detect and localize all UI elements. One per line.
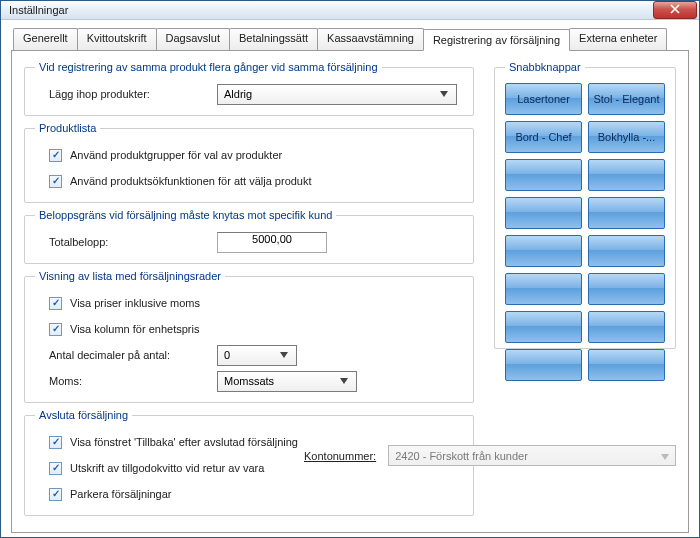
titlebar: Inställningar	[1, 1, 699, 20]
window-title: Inställningar	[9, 4, 653, 16]
checkbox-use-groups[interactable]	[49, 149, 62, 162]
quick-button[interactable]	[505, 159, 582, 191]
quick-button[interactable]: Stol - Elegant	[588, 83, 665, 115]
combine-products-label: Lägg ihop produkter:	[49, 88, 209, 100]
quick-button[interactable]	[588, 273, 665, 305]
total-amount-label: Totalbelopp:	[49, 236, 209, 248]
combine-products-select[interactable]: Aldrig	[217, 84, 457, 105]
quick-button[interactable]	[588, 349, 665, 381]
group-amount-limit-legend: Beloppsgräns vid försäljning måste knyta…	[35, 209, 336, 221]
quick-button[interactable]: Bokhylla -...	[588, 121, 665, 153]
tab-kvittoutskrift[interactable]: Kvittoutskrift	[77, 28, 157, 50]
tab-externa-enheter[interactable]: Externa enheter	[569, 28, 667, 50]
checkbox-use-search[interactable]	[49, 175, 62, 188]
client-area: Generellt Kvittoutskrift Dagsavslut Beta…	[1, 20, 699, 538]
tab-panel: Vid registrering av samma produkt flera …	[11, 50, 689, 533]
quick-button[interactable]	[588, 311, 665, 343]
quick-button[interactable]	[588, 235, 665, 267]
quick-button[interactable]	[505, 197, 582, 229]
group-amount-limit: Beloppsgräns vid försäljning måste knyta…	[24, 209, 474, 264]
account-value: 2420 - Förskott från kunder	[395, 450, 528, 462]
total-amount-input[interactable]: 5000,00	[217, 232, 327, 253]
dialog-footer: OK Avbryt Hjälp	[11, 533, 689, 538]
quick-buttons-grid: Lasertoner Stol - Elegant Bord - Chef Bo…	[505, 79, 665, 381]
tab-registrering[interactable]: Registrering av försäljning	[423, 29, 570, 51]
checkbox-unit-price[interactable]	[49, 323, 62, 336]
quick-button[interactable]	[588, 159, 665, 191]
quick-button[interactable]	[505, 311, 582, 343]
checkbox-print-credit[interactable]	[49, 462, 62, 475]
tab-kassaavstamning[interactable]: Kassaavstämning	[317, 28, 424, 50]
checkbox-park-sales-label: Parkera försäljningar	[70, 488, 172, 500]
checkbox-park-sales[interactable]	[49, 488, 62, 501]
checkbox-incl-vat[interactable]	[49, 297, 62, 310]
account-select[interactable]: 2420 - Förskott från kunder	[388, 445, 676, 466]
right-column: Snabbknappar Lasertoner Stol - Elegant B…	[494, 61, 676, 522]
decimals-select[interactable]: 0	[217, 345, 297, 366]
quick-button[interactable]: Bord - Chef	[505, 121, 582, 153]
quick-button[interactable]	[505, 235, 582, 267]
checkbox-incl-vat-label: Visa priser inklusive moms	[70, 297, 200, 309]
chevron-down-icon	[661, 450, 669, 462]
chevron-down-icon	[436, 91, 452, 97]
quick-button[interactable]	[505, 273, 582, 305]
account-label: Kontonummer:	[304, 450, 376, 462]
combine-products-value: Aldrig	[224, 88, 252, 100]
group-finish-sale-legend: Avsluta försäljning	[35, 409, 132, 421]
tab-generellt[interactable]: Generellt	[13, 28, 78, 50]
close-button[interactable]	[653, 1, 697, 19]
group-quick-buttons-legend: Snabbknappar	[505, 61, 585, 73]
vat-select[interactable]: Momssats	[217, 371, 357, 392]
chevron-down-icon	[336, 378, 352, 384]
checkbox-use-groups-label: Använd produktgrupper för val av produkt…	[70, 149, 282, 161]
quick-button[interactable]: Lasertoner	[505, 83, 582, 115]
group-product-list-legend: Produktlista	[35, 122, 100, 134]
checkbox-print-credit-label: Utskrift av tillgodokvitto vid retur av …	[70, 462, 264, 474]
checkbox-show-back-label: Visa fönstret 'Tillbaka' efter avslutad …	[70, 436, 298, 448]
close-icon	[670, 4, 680, 16]
tab-betalningssatt[interactable]: Betalningssätt	[229, 28, 318, 50]
account-row: Kontonummer: 2420 - Förskott från kunder	[304, 445, 676, 466]
vat-value: Momssats	[224, 375, 274, 387]
decimals-value: 0	[224, 349, 230, 361]
checkbox-show-back[interactable]	[49, 436, 62, 449]
decimals-label: Antal decimaler på antal:	[49, 349, 209, 361]
quick-button[interactable]	[588, 197, 665, 229]
group-same-product: Vid registrering av samma produkt flera …	[24, 61, 474, 116]
tabstrip: Generellt Kvittoutskrift Dagsavslut Beta…	[13, 28, 689, 50]
group-list-view: Visning av lista med försäljningsrader V…	[24, 270, 474, 403]
chevron-down-icon	[276, 352, 292, 358]
tab-dagsavslut[interactable]: Dagsavslut	[156, 28, 230, 50]
checkbox-use-search-label: Använd produktsökfunktionen för att välj…	[70, 175, 312, 187]
settings-window: Inställningar Generellt Kvittoutskrift D…	[0, 0, 700, 538]
group-list-view-legend: Visning av lista med försäljningsrader	[35, 270, 225, 282]
quick-button[interactable]	[505, 349, 582, 381]
group-product-list: Produktlista Använd produktgrupper för v…	[24, 122, 474, 203]
checkbox-unit-price-label: Visa kolumn för enhetspris	[70, 323, 199, 335]
group-same-product-legend: Vid registrering av samma produkt flera …	[35, 61, 382, 73]
vat-label: Moms:	[49, 375, 209, 387]
group-quick-buttons: Snabbknappar Lasertoner Stol - Elegant B…	[494, 61, 676, 349]
